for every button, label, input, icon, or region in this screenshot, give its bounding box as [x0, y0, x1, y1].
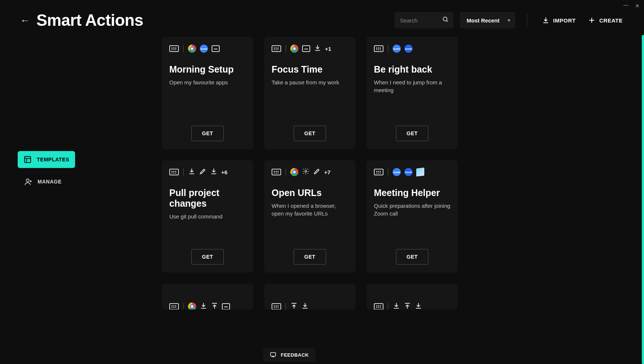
card-description: Take a pause from my work	[272, 78, 348, 86]
zoom-icon: zoom	[404, 45, 413, 53]
card-title: Meeting Helper	[374, 188, 450, 198]
header-divider	[527, 14, 527, 27]
download-icon	[314, 44, 321, 53]
edit-icon	[199, 168, 206, 176]
template-card-partial[interactable]	[162, 284, 253, 309]
download-icon	[210, 168, 217, 176]
message-icon	[222, 303, 230, 309]
icon-separator	[388, 168, 388, 176]
header-bar: ← Smart Actions Most Recent ▾ IMPORT CRE…	[0, 0, 644, 37]
keyboard-icon	[272, 303, 281, 309]
search-icon[interactable]	[442, 16, 449, 24]
template-card-focus-time[interactable]: +1Focus TimeTake a pause from my workGET	[264, 37, 355, 149]
card-icons-row: +6	[169, 168, 246, 176]
svg-point-0	[443, 17, 447, 21]
window-minimize-button[interactable]: —	[623, 2, 629, 8]
card-description: When I opened a browser, open my favorit…	[272, 202, 348, 217]
icon-separator	[388, 303, 388, 309]
sidebar-item-templates[interactable]: TEMPLATES	[18, 151, 75, 168]
keyboard-icon	[374, 45, 383, 52]
window-controls: — ✕	[623, 3, 640, 9]
card-title: Morning Setup	[169, 64, 246, 75]
card-title: Open URLs	[272, 188, 348, 198]
card-icons-row: +1	[272, 44, 348, 53]
download-icon	[542, 17, 549, 24]
keyboard-icon	[169, 169, 179, 175]
back-arrow-icon[interactable]: ←	[20, 15, 30, 26]
message-icon	[302, 45, 310, 52]
chrome-icon	[290, 168, 298, 176]
sidebar-item-manage[interactable]: MANAGE	[18, 173, 67, 190]
icon-separator	[286, 45, 286, 52]
keyboard-icon	[272, 169, 281, 175]
window-close-button[interactable]: ✕	[635, 3, 640, 9]
card-title: Be right back	[374, 64, 450, 75]
scrollbar-thumb[interactable]	[642, 35, 644, 364]
sidebar: TEMPLATES MANAGE	[0, 37, 162, 360]
create-label: CREATE	[599, 17, 623, 24]
zoom-icon: zoom	[200, 45, 208, 53]
template-card-open-urls[interactable]: +7Open URLsWhen I opened a browser, open…	[264, 160, 355, 273]
icon-separator	[183, 45, 184, 52]
edit-icon	[313, 168, 321, 176]
extra-count: +7	[324, 169, 330, 175]
feedback-label: FEEDBACK	[281, 352, 309, 358]
get-button[interactable]: GET	[294, 126, 326, 141]
create-button[interactable]: CREATE	[585, 15, 626, 25]
feedback-icon	[270, 351, 276, 358]
card-description: Use git pull command	[169, 213, 246, 220]
chrome-icon	[290, 45, 298, 53]
template-card-pull-project-changes[interactable]: +6Pull project changesUse git pull comma…	[162, 160, 253, 273]
card-icons-row: zoomzoom	[374, 168, 450, 176]
get-button[interactable]: GET	[191, 249, 224, 265]
icon-separator	[183, 303, 184, 309]
template-card-partial[interactable]	[367, 284, 458, 309]
sidebar-item-label: TEMPLATES	[37, 157, 69, 162]
chevron-down-icon: ▾	[508, 18, 510, 23]
card-icons-row: zoom	[169, 44, 246, 53]
get-button[interactable]: GET	[396, 249, 428, 265]
template-card-partial[interactable]	[264, 284, 355, 309]
card-description: Quick preparations after joining Zoom ca…	[374, 202, 450, 217]
search-box	[394, 12, 453, 28]
card-title: Focus Time	[272, 64, 348, 75]
keyboard-icon	[374, 169, 383, 175]
svg-line-1	[446, 20, 448, 22]
get-button[interactable]: GET	[191, 126, 224, 141]
download-icon	[200, 302, 207, 309]
main-area: TEMPLATES MANAGE zoomMorning SetupOpen m…	[0, 37, 644, 360]
page-title: Smart Actions	[36, 11, 388, 29]
template-card-meeting-helper[interactable]: zoomzoomMeeting HelperQuick preparations…	[367, 160, 458, 273]
import-label: IMPORT	[553, 17, 576, 24]
get-button[interactable]: GET	[396, 126, 428, 141]
keyboard-icon	[169, 45, 179, 52]
template-card-be-right-back[interactable]: zoomzoomBe right backWhen I need to jump…	[367, 37, 458, 149]
sidebar-item-label: MANAGE	[38, 179, 61, 185]
get-button[interactable]: GET	[294, 249, 326, 265]
card-icons-row: +7	[272, 168, 348, 176]
import-button[interactable]: IMPORT	[539, 15, 578, 25]
download-icon	[301, 302, 309, 309]
upload-icon	[290, 302, 298, 309]
download-icon	[393, 302, 400, 309]
card-icons-row	[169, 302, 246, 309]
icon-separator	[286, 168, 286, 176]
keyboard-icon	[374, 303, 383, 309]
download-icon	[415, 302, 422, 309]
extra-count: +1	[325, 46, 331, 52]
card-icons-row	[272, 302, 348, 309]
keyboard-icon	[272, 45, 281, 52]
card-description: When I need to jump from a meeting	[374, 78, 450, 94]
chrome-icon	[188, 45, 196, 53]
extra-count: +6	[221, 169, 227, 175]
cards-scroll-area[interactable]: zoomMorning SetupOpen my favourite appsG…	[162, 37, 644, 360]
template-card-morning-setup[interactable]: zoomMorning SetupOpen my favourite appsG…	[162, 37, 253, 149]
icon-separator	[388, 45, 388, 52]
zoom-icon: zoom	[404, 168, 413, 176]
icon-separator	[286, 303, 286, 309]
feedback-button[interactable]: FEEDBACK	[263, 348, 315, 362]
note-icon	[416, 168, 424, 176]
sort-selected-label: Most Recent	[467, 17, 499, 24]
card-icons-row: zoomzoom	[374, 44, 450, 53]
sort-dropdown[interactable]: Most Recent ▾	[460, 12, 515, 28]
